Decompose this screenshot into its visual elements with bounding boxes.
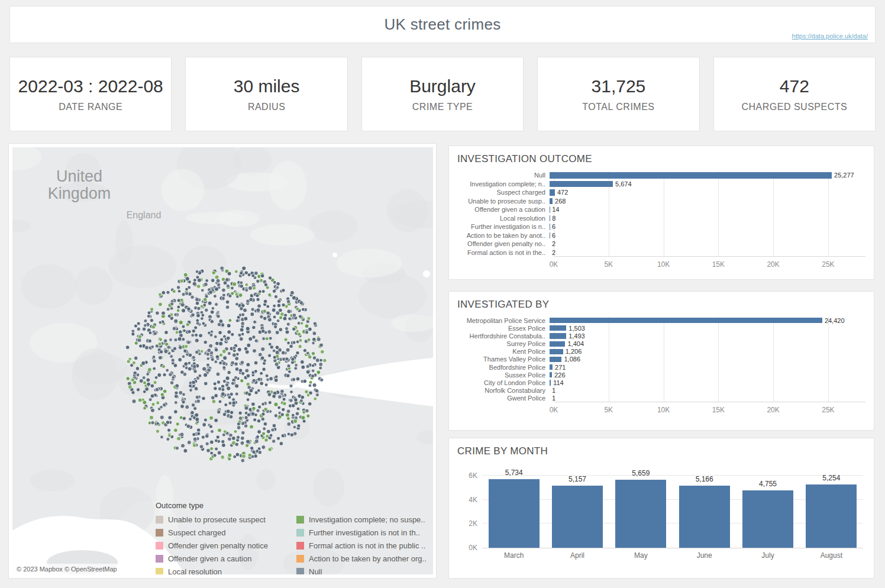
bar[interactable] — [550, 172, 832, 179]
bar[interactable] — [552, 486, 603, 548]
bar-row: Essex Police1,503 — [456, 324, 867, 332]
crime-location-dot — [240, 441, 244, 445]
bar-row: Suspect charged472 — [456, 188, 867, 197]
bar[interactable] — [550, 333, 566, 338]
bar[interactable] — [742, 490, 793, 548]
crime-location-dot — [211, 279, 215, 283]
crime-location-dot — [248, 392, 251, 396]
crime-location-dot — [319, 363, 323, 367]
bar[interactable] — [550, 357, 561, 362]
bar[interactable] — [615, 480, 666, 548]
crime-location-dot — [166, 290, 170, 294]
bar[interactable] — [550, 380, 551, 385]
crime-location-dot — [147, 368, 151, 372]
crime-location-dot — [291, 404, 295, 408]
crime-location-dot — [227, 272, 231, 276]
crime-location-dot — [219, 353, 223, 357]
legend-item[interactable]: Offender given penalty notice — [156, 541, 296, 550]
kpi-label: CRIME TYPE — [412, 102, 473, 112]
crime-location-dot — [301, 365, 305, 369]
crime-location-dot — [273, 356, 276, 359]
bar[interactable] — [489, 479, 540, 548]
bar[interactable] — [550, 189, 555, 196]
crime-location-dot — [206, 448, 211, 453]
crime-location-dot — [159, 302, 163, 306]
legend-item[interactable]: Suspect charged — [156, 528, 296, 537]
bar[interactable] — [550, 318, 822, 323]
kpi-label: CHARGED SUSPECTS — [741, 102, 847, 112]
crime-location-dot — [136, 388, 140, 392]
crime-location-dot — [256, 308, 260, 312]
crime-location-dot — [319, 366, 322, 370]
crime-location-dot — [201, 314, 205, 317]
legend-item[interactable]: Further investigation is not in th.. — [296, 528, 427, 537]
axis-tick-label: 25K — [822, 260, 834, 269]
bar-category-label: Essex Police — [456, 325, 550, 332]
legend-item[interactable]: Formal action is not in the public .. — [296, 541, 427, 550]
crime-location-dot — [307, 316, 311, 320]
investigation-outcome-panel: INVESTIGATION OUTCOME Null25,277Investig… — [448, 146, 874, 280]
crime-location-dot — [179, 321, 183, 325]
bar-row: Thames Valley Police1,086 — [456, 356, 867, 363]
crime-location-dot — [231, 286, 234, 290]
crime-location-dot — [306, 364, 309, 368]
crime-location-dot — [218, 428, 222, 432]
legend-item[interactable]: Unable to prosecute suspect — [156, 515, 296, 524]
bar-category-label: Kent Police — [456, 348, 550, 355]
legend-swatch — [296, 568, 304, 574]
bar[interactable] — [550, 198, 553, 205]
crime-location-dot — [214, 348, 218, 351]
crime-location-dot — [146, 373, 150, 376]
legend-item[interactable]: Local resolution — [156, 567, 296, 574]
crime-location-dot — [131, 391, 135, 395]
crime-location-dot — [267, 393, 272, 397]
bar[interactable] — [550, 364, 553, 370]
bar-category-label: Null — [456, 172, 550, 179]
legend-item[interactable]: Offender given a caution — [156, 554, 296, 563]
crime-map[interactable]: United Kingdom England Outcome type Unab… — [12, 147, 433, 574]
bar[interactable] — [550, 349, 563, 354]
crime-location-dot — [252, 379, 256, 382]
legend-item[interactable]: Action to be taken by another org.. — [296, 554, 427, 563]
bar[interactable] — [550, 341, 565, 347]
axis-tick-label: 0K — [550, 260, 558, 269]
crime-location-dot — [316, 370, 321, 374]
crime-location-dot — [222, 412, 226, 416]
crime-location-dot — [215, 303, 218, 306]
crime-location-dot — [175, 331, 179, 334]
crime-location-dot — [297, 424, 301, 428]
crime-location-dot — [227, 352, 231, 356]
crime-location-dot — [274, 402, 278, 406]
crime-location-dot — [188, 367, 192, 371]
crime-location-dot — [272, 308, 276, 312]
crime-location-dot — [182, 338, 185, 341]
bar[interactable] — [806, 484, 857, 548]
bar[interactable] — [550, 372, 552, 377]
legend-label: Investigation complete; no suspe.. — [309, 515, 425, 524]
crime-location-dot — [199, 334, 203, 338]
bar[interactable] — [679, 486, 730, 548]
crime-location-dot — [246, 440, 250, 444]
crime-location-dot — [197, 278, 201, 282]
crime-location-dot — [272, 424, 276, 428]
crime-location-dot — [215, 447, 218, 451]
bar-category-label: Hertfordshire Constabula.. — [456, 332, 550, 340]
crime-location-dot — [228, 396, 231, 399]
crime-location-dot — [278, 395, 282, 399]
crime-location-dot — [174, 410, 178, 414]
crime-location-dot — [210, 319, 214, 324]
bar[interactable] — [550, 325, 566, 331]
crime-location-dot — [308, 402, 312, 406]
bar-row: Gwent Police1 — [456, 395, 867, 402]
data-source-link[interactable]: https://data.police.uk/data/ — [792, 33, 868, 40]
crime-location-dot — [246, 398, 250, 402]
crime-location-dot — [144, 319, 147, 322]
crime-location-dot — [250, 447, 254, 450]
legend-item[interactable]: Investigation complete; no suspe.. — [296, 515, 427, 524]
legend-item[interactable]: Null — [296, 567, 427, 574]
bar[interactable] — [550, 181, 613, 188]
crime-location-dot — [153, 367, 156, 370]
crime-location-dot — [235, 357, 239, 361]
crime-location-dot — [215, 439, 218, 442]
crime-location-dot — [205, 279, 209, 283]
